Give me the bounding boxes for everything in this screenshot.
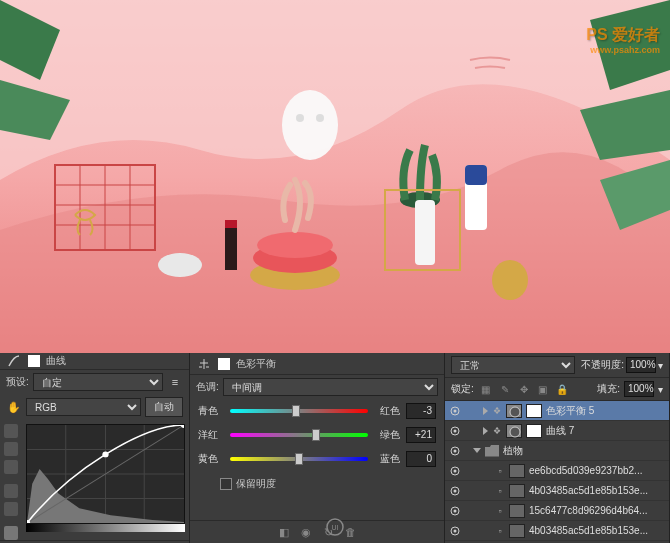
adjustment-thumb bbox=[506, 424, 522, 438]
mask-thumb bbox=[526, 424, 542, 438]
lock-artboard-icon[interactable]: ▣ bbox=[535, 381, 551, 397]
svg-rect-34 bbox=[218, 358, 230, 370]
chevron-down-icon[interactable]: ▾ bbox=[658, 360, 663, 371]
balance-icon bbox=[196, 356, 212, 372]
fill-value[interactable]: 100% bbox=[624, 381, 654, 397]
chevron-down-icon-2[interactable]: ▾ bbox=[658, 384, 663, 395]
slider-value[interactable]: +21 bbox=[406, 427, 436, 443]
visibility-icon[interactable] bbox=[449, 425, 461, 437]
color-slider[interactable] bbox=[230, 433, 368, 437]
layer-row[interactable]: ❖色彩平衡 5 bbox=[445, 401, 669, 421]
slider-value[interactable]: 0 bbox=[406, 451, 436, 467]
tone-label: 色调: bbox=[196, 380, 219, 394]
visibility-icon[interactable] bbox=[449, 505, 461, 517]
curves-header: 曲线 bbox=[0, 353, 189, 370]
preset-row: 预设: 自定 ≡ bbox=[0, 370, 189, 394]
curves-tools bbox=[0, 420, 22, 540]
balance-bottom-bar: ◧ ◉ ↻ 🗑 bbox=[190, 520, 444, 543]
opacity-value[interactable]: 100% bbox=[626, 357, 656, 373]
layer-row[interactable]: ❖曲线 7 bbox=[445, 421, 669, 441]
slider-left-label: 洋红 bbox=[198, 428, 224, 442]
lock-transparent-icon[interactable]: ▦ bbox=[478, 381, 494, 397]
curves-graph[interactable] bbox=[26, 424, 185, 524]
curves-title: 曲线 bbox=[46, 354, 66, 368]
blend-mode-select[interactable]: 正常 bbox=[451, 356, 575, 374]
auto-button[interactable]: 自动 bbox=[145, 397, 183, 417]
svg-rect-17 bbox=[465, 165, 487, 185]
tone-select[interactable]: 中间调 bbox=[223, 378, 438, 396]
svg-point-13 bbox=[316, 114, 324, 122]
layer-row[interactable]: ▫4b03485ac5d1e85b153e... bbox=[445, 521, 669, 541]
svg-rect-20 bbox=[225, 220, 237, 228]
visibility-icon[interactable] bbox=[449, 485, 461, 497]
svg-point-12 bbox=[296, 114, 304, 122]
slider-right-label: 绿色 bbox=[374, 428, 400, 442]
layer-row[interactable]: 植物 bbox=[445, 441, 669, 461]
slider-value[interactable]: -3 bbox=[406, 403, 436, 419]
layer-row[interactable]: ▫ee6bcd5d039e9237bb2... bbox=[445, 461, 669, 481]
center-logo-icon: UI bbox=[325, 517, 345, 539]
svg-rect-15 bbox=[415, 200, 435, 265]
layer-list[interactable]: ❖色彩平衡 5❖曲线 7植物▫ee6bcd5d039e9237bb2...▫4b… bbox=[445, 401, 669, 543]
color-slider[interactable] bbox=[230, 409, 368, 413]
layer-name: 15c6477c8d96296d4b64... bbox=[529, 505, 647, 516]
hand-icon[interactable]: ✋ bbox=[6, 399, 22, 415]
slider-row-2: 黄色蓝色0 bbox=[190, 447, 444, 471]
link-icon: ❖ bbox=[492, 406, 502, 416]
luminosity-checkbox[interactable] bbox=[220, 478, 232, 490]
layer-row[interactable]: ▫4b03485ac5d1e85b153e... bbox=[445, 481, 669, 501]
curves-graph-area bbox=[22, 420, 189, 540]
eyedropper-black-icon[interactable] bbox=[4, 424, 18, 438]
preset-select[interactable]: 自定 bbox=[33, 373, 163, 391]
curve-pencil-tool-icon[interactable] bbox=[4, 502, 18, 516]
balance-title: 色彩平衡 bbox=[236, 357, 276, 371]
folder-icon bbox=[485, 445, 499, 457]
chevron-right-icon[interactable] bbox=[483, 407, 488, 415]
svg-point-50 bbox=[454, 509, 457, 512]
curves-panel: 曲线 预设: 自定 ≡ ✋ RGB 自动 bbox=[0, 353, 190, 543]
lock-row: 锁定: ▦ ✎ ✥ ▣ 🔒 填充: 100% ▾ bbox=[445, 378, 669, 401]
layer-row[interactable]: ▫15c6477c8d96296d4b64... bbox=[445, 501, 669, 521]
slider-right-label: 蓝色 bbox=[374, 452, 400, 466]
layer-name: 色彩平衡 5 bbox=[546, 404, 594, 418]
svg-point-38 bbox=[454, 409, 457, 412]
balance-header: 色彩平衡 bbox=[190, 353, 444, 375]
lock-move-icon[interactable]: ✥ bbox=[516, 381, 532, 397]
clip-toggle-icon[interactable] bbox=[4, 526, 18, 540]
adj-layer-icon-2[interactable]: ◧ bbox=[276, 524, 292, 540]
lock-icons: ▦ ✎ ✥ ▣ 🔒 bbox=[478, 381, 570, 397]
chevron-right-icon[interactable] bbox=[483, 427, 488, 435]
curve-point-tool-icon[interactable] bbox=[4, 484, 18, 498]
smart-object-icon: ▫ bbox=[495, 486, 505, 496]
visibility-icon[interactable] bbox=[449, 525, 461, 537]
svg-point-48 bbox=[454, 489, 457, 492]
eyedropper-gray-icon[interactable] bbox=[4, 442, 18, 456]
visibility-icon[interactable] bbox=[449, 465, 461, 477]
lock-brush-icon[interactable]: ✎ bbox=[497, 381, 513, 397]
smart-object-icon: ▫ bbox=[495, 526, 505, 536]
svg-point-41 bbox=[454, 429, 457, 432]
svg-point-32 bbox=[181, 425, 184, 428]
curves-icon bbox=[6, 353, 22, 369]
slider-left-label: 黄色 bbox=[198, 452, 224, 466]
channel-select[interactable]: RGB bbox=[26, 398, 141, 416]
chevron-down-icon[interactable] bbox=[473, 448, 481, 453]
smart-object-icon: ▫ bbox=[495, 506, 505, 516]
view-prev-icon-2[interactable]: ◉ bbox=[298, 524, 314, 540]
lock-all-icon[interactable]: 🔒 bbox=[554, 381, 570, 397]
preset-menu-icon[interactable]: ≡ bbox=[167, 374, 183, 390]
opacity-label: 不透明度: bbox=[581, 358, 624, 372]
svg-point-11 bbox=[282, 90, 338, 160]
layer-name: 曲线 7 bbox=[546, 424, 574, 438]
svg-text:UI: UI bbox=[332, 524, 339, 531]
visibility-icon[interactable] bbox=[449, 445, 461, 457]
curves-body bbox=[0, 420, 189, 540]
eyedropper-white-icon[interactable] bbox=[4, 460, 18, 474]
svg-point-10 bbox=[257, 232, 333, 258]
mask-icon bbox=[26, 353, 42, 369]
document-canvas[interactable]: PS 爱好者 www.psahz.com bbox=[0, 0, 670, 353]
color-slider[interactable] bbox=[230, 457, 368, 461]
lock-label: 锁定: bbox=[451, 382, 474, 396]
layer-thumb bbox=[509, 464, 525, 478]
visibility-icon[interactable] bbox=[449, 405, 461, 417]
